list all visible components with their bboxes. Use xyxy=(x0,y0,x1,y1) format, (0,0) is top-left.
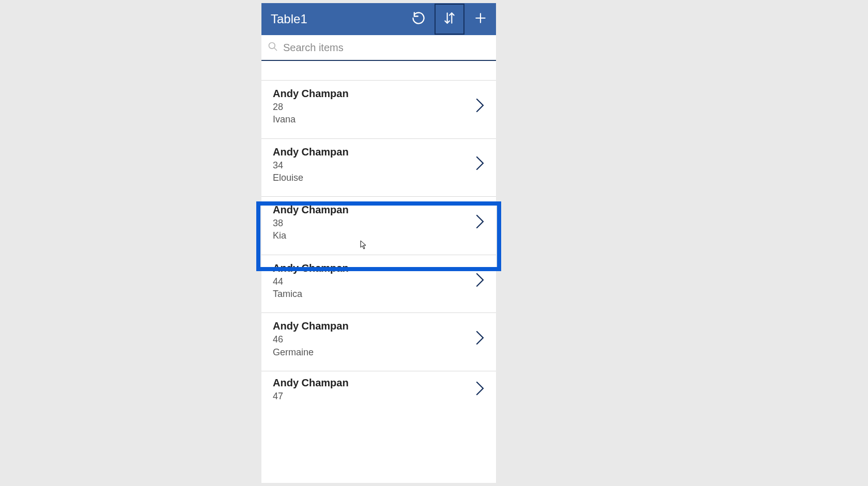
list-item[interactable]: Andy Champan 28 Ivana xyxy=(261,81,496,139)
item-value: 28 xyxy=(273,101,468,113)
list-item-text: Andy Champan 44 Tamica xyxy=(273,261,468,301)
chevron-right-icon xyxy=(475,214,485,231)
search-input[interactable] xyxy=(283,42,490,54)
search-icon xyxy=(268,41,278,54)
item-name: Andy Champan xyxy=(273,87,468,101)
list-item[interactable]: Andy Champan 44 Tamica xyxy=(261,255,496,313)
list-item-text: Andy Champan 38 Kia xyxy=(273,203,468,242)
item-name: Andy Champan xyxy=(273,319,468,333)
list-item-text: Andy Champan 28 Ivana xyxy=(273,87,468,126)
plus-icon xyxy=(474,11,487,27)
list-item-text: Andy Champan 47 xyxy=(273,376,468,402)
chevron-right-icon xyxy=(475,330,485,348)
add-button[interactable] xyxy=(465,3,496,35)
items-list[interactable]: Andy Champan 28 Ivana Andy Champan 34 El… xyxy=(261,81,496,483)
item-value: 46 xyxy=(273,333,468,346)
chevron-right-icon xyxy=(475,272,485,290)
item-name: Andy Champan xyxy=(273,203,468,217)
item-value: 38 xyxy=(273,217,468,229)
list-item-text: Andy Champan 46 Germaine xyxy=(273,319,468,358)
item-value: 44 xyxy=(273,275,468,288)
app-stage: Table1 xyxy=(3,3,865,483)
item-name: Andy Champan xyxy=(273,261,468,275)
item-value: 34 xyxy=(273,159,468,171)
list-item[interactable]: Andy Champan 34 Elouise xyxy=(261,139,496,197)
list-item[interactable]: Andy Champan 38 Kia xyxy=(261,197,496,255)
chevron-right-icon xyxy=(475,381,485,398)
item-sub: Germaine xyxy=(273,346,468,358)
item-value: 47 xyxy=(273,390,468,402)
app-header: Table1 xyxy=(261,3,496,35)
list-item-text: Andy Champan 34 Elouise xyxy=(273,145,468,184)
refresh-button[interactable] xyxy=(403,3,434,35)
chevron-right-icon xyxy=(475,98,485,115)
item-name: Andy Champan xyxy=(273,376,468,390)
page-title: Table1 xyxy=(271,12,403,26)
sort-button[interactable] xyxy=(434,3,465,35)
refresh-icon xyxy=(411,11,426,27)
item-sub: Tamica xyxy=(273,288,468,300)
item-sub: Kia xyxy=(273,229,468,242)
item-sub: Elouise xyxy=(273,171,468,184)
item-sub: Ivana xyxy=(273,113,468,126)
search-bar[interactable] xyxy=(261,35,496,61)
list-item[interactable]: Andy Champan 47 xyxy=(261,371,496,401)
app-container: Table1 xyxy=(261,3,496,483)
list-top-gap xyxy=(261,61,496,81)
list-item[interactable]: Andy Champan 46 Germaine xyxy=(261,313,496,371)
item-name: Andy Champan xyxy=(273,145,468,159)
chevron-right-icon xyxy=(475,155,485,173)
sort-icon xyxy=(443,10,456,28)
